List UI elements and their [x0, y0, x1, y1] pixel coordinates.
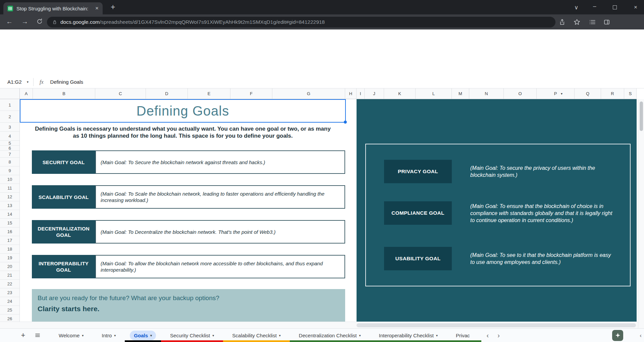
row-header[interactable]: 6	[0, 146, 19, 151]
row-header[interactable]: 1	[0, 99, 19, 111]
tab-scroll-right-icon[interactable]: ›	[497, 332, 500, 339]
side-panel-icon[interactable]	[603, 19, 610, 25]
back-button[interactable]: ←	[6, 18, 13, 25]
add-sheet-button[interactable]: +	[16, 329, 30, 342]
goal-label-cell[interactable]: DECENTRALIZATION GOAL	[32, 220, 95, 244]
window-close-button[interactable]: ×	[634, 4, 637, 11]
bookmark-star-icon[interactable]	[574, 19, 580, 25]
sheet-tab[interactable]: Goals ▾	[125, 329, 161, 342]
sheet-subtitle-cell[interactable]: Defining Goals is necessary to understan…	[20, 125, 345, 139]
select-all-corner[interactable]	[0, 88, 20, 99]
goal-label-cell[interactable]: USABILITY GOAL	[384, 247, 452, 270]
row-header[interactable]: 14	[0, 210, 19, 219]
horizontal-scrollbar[interactable]	[0, 322, 638, 328]
column-header[interactable]: H	[345, 88, 357, 99]
row-header[interactable]: 20	[0, 262, 19, 271]
explore-button[interactable]	[612, 330, 623, 341]
column-header[interactable]: R	[601, 88, 624, 99]
column-header[interactable]: M	[452, 88, 469, 99]
vertical-scrollbar-thumb[interactable]	[640, 101, 643, 131]
right-teal-panel[interactable]: PRIVACY GOAL (Main Goal: To secure the p…	[357, 99, 637, 322]
column-header[interactable]: L	[416, 88, 452, 99]
row-header[interactable]: 13	[0, 201, 19, 210]
spreadsheet-grid[interactable]: PRIVACY GOAL (Main Goal: To secure the p…	[0, 99, 637, 322]
sheet-tab[interactable]: Security Checklist ▾	[161, 329, 223, 342]
vertical-scrollbar[interactable]	[638, 99, 644, 328]
goal-description-box[interactable]: (Main Goal: To Secure the blockchain net…	[95, 150, 345, 174]
row-header[interactable]: 18	[0, 245, 19, 254]
row-header[interactable]: 21	[0, 271, 19, 280]
sheet-tab[interactable]: Welcome ▾	[50, 329, 93, 342]
row-header[interactable]: 9	[0, 166, 19, 175]
sheet-title-cell[interactable]: Defining Goals	[20, 100, 345, 122]
footer-callout-cell[interactable]: But are you ready for the future? What a…	[32, 289, 345, 322]
tab-close-icon[interactable]: ×	[95, 5, 99, 12]
row-header[interactable]: 8	[0, 158, 19, 166]
goal-description-cell[interactable]: (Main Goal: To secure the privacy of use…	[470, 164, 614, 179]
row-header[interactable]: 3	[0, 123, 19, 132]
goal-description-box[interactable]: (Main Goal: To Scale the blockchain netw…	[95, 185, 345, 209]
sheet-tab[interactable]: Scalability Checklist ▾	[223, 329, 290, 342]
all-sheets-menu-icon[interactable]	[30, 329, 45, 342]
column-header[interactable]: E	[188, 88, 230, 99]
forward-button[interactable]: →	[21, 18, 28, 25]
row-header[interactable]: 17	[0, 236, 19, 245]
column-header[interactable]: G	[272, 88, 345, 99]
goal-label-cell[interactable]: COMPLIANCE GOAL	[384, 201, 452, 225]
row-header[interactable]: 5	[0, 141, 19, 146]
column-header[interactable]: D	[146, 88, 188, 99]
row-header[interactable]: 10	[0, 175, 19, 184]
reading-list-icon[interactable]	[589, 19, 596, 25]
browser-tab[interactable]: Stop Struggling with Blockchain: ×	[3, 2, 103, 14]
goal-description-box[interactable]: (Main Goal: To allow the blockchain netw…	[95, 255, 345, 278]
tab-scroll-left-icon[interactable]: ‹	[487, 332, 489, 339]
goal-description-cell[interactable]: (Main Goal: To ensure that the blockchai…	[470, 203, 614, 224]
new-tab-button[interactable]: +	[111, 3, 115, 11]
column-p-dropdown-icon[interactable]: ▾	[561, 92, 562, 95]
goal-description-cell[interactable]: (Main Goal: To see to it that the blockc…	[470, 252, 614, 266]
column-header[interactable]: Q	[575, 88, 601, 99]
row-header[interactable]: 2	[0, 111, 19, 123]
goal-label-cell[interactable]: SECURITY GOAL	[32, 150, 95, 174]
column-header[interactable]: J	[365, 88, 384, 99]
name-box[interactable]: A1:G2	[0, 79, 27, 85]
row-header[interactable]: 4	[0, 132, 19, 141]
column-header[interactable]: F	[230, 88, 272, 99]
row-header[interactable]: 24	[0, 297, 19, 306]
column-header[interactable]: A	[20, 88, 33, 99]
horizontal-scrollbar-thumb[interactable]	[357, 323, 636, 327]
row-header[interactable]: 15	[0, 219, 19, 227]
column-header[interactable]: P	[537, 88, 575, 99]
sheet-tab[interactable]: Intro ▾	[93, 329, 125, 342]
column-header[interactable]: O	[504, 88, 537, 99]
row-header[interactable]: 12	[0, 193, 19, 201]
formula-input[interactable]: Defining Goals	[50, 79, 83, 85]
column-header[interactable]: B	[33, 88, 95, 99]
row-header[interactable]: 19	[0, 254, 19, 262]
row-header[interactable]: 11	[0, 184, 19, 193]
row-header[interactable]: 23	[0, 288, 19, 297]
side-panel-collapse-icon[interactable]: ‹	[640, 332, 642, 339]
column-header[interactable]: I	[357, 88, 365, 99]
goal-description-box[interactable]: (Main Goal: To Decentralize the blockcha…	[95, 220, 345, 244]
share-page-icon[interactable]	[559, 19, 566, 25]
sheet-tab[interactable]: Interoperability Checklist ▾	[370, 329, 446, 342]
window-minimize-button[interactable]: –	[593, 3, 596, 10]
column-header[interactable]: N	[469, 88, 504, 99]
column-header[interactable]: S	[624, 88, 637, 99]
goal-label-cell[interactable]: SCALABILITY GOAL	[32, 185, 95, 209]
address-bar[interactable]: docs.google.com/spreadsheets/d/1GX47Svln…	[47, 17, 555, 27]
reload-button[interactable]	[36, 18, 43, 25]
row-header[interactable]: 26	[0, 315, 19, 322]
window-maximize-button[interactable]	[613, 5, 617, 9]
column-header[interactable]: C	[95, 88, 146, 99]
goal-label-cell[interactable]: INTEROPERABILITY GOAL	[32, 255, 95, 278]
name-box-caret-icon[interactable]: ▾	[27, 80, 29, 84]
sheet-tab[interactable]: Decentralization Checklist ▾	[290, 329, 370, 342]
row-header[interactable]: 16	[0, 227, 19, 236]
row-header[interactable]: 25	[0, 306, 19, 315]
row-header[interactable]: 22	[0, 280, 19, 288]
goal-label-cell[interactable]: PRIVACY GOAL	[384, 160, 452, 183]
sheet-tab[interactable]: Privac	[447, 329, 481, 342]
row-header[interactable]: 7	[0, 151, 19, 158]
